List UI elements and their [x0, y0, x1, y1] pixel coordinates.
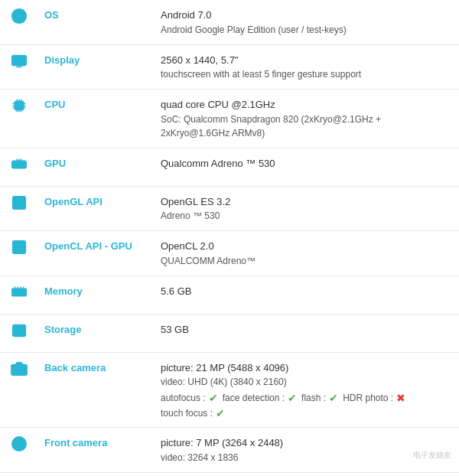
- backcamera-features2: touch focus : ✔: [161, 407, 451, 419]
- svg-point-41: [16, 367, 21, 372]
- os-label: OS: [44, 9, 59, 21]
- os-sub-value: Android Google Play Edition (user / test…: [161, 23, 451, 37]
- svg-rect-18: [12, 161, 26, 168]
- cpu-icon: [0, 90, 38, 122]
- opencl-label: OpenCL API - GPU: [44, 240, 132, 252]
- display-icon: [0, 45, 38, 77]
- svg-point-20: [21, 163, 24, 166]
- frontcamera-sub-value: video: 3264 x 1836: [161, 451, 451, 465]
- frontcamera-icon: [0, 428, 38, 460]
- svg-rect-25: [15, 199, 22, 206]
- memory-value: 5.6 GB: [153, 276, 459, 307]
- opengl-icon: [0, 187, 38, 219]
- backcamera-icon: [0, 353, 38, 385]
- opencl-main-value: OpenCL 2.0: [161, 239, 451, 254]
- os-icon: OS: [0, 0, 38, 32]
- spec-row-storage: Storage53 GB: [0, 315, 459, 353]
- svg-point-40: [22, 330, 24, 331]
- storage-value: 53 GB: [153, 315, 459, 345]
- storage-main-value: 53 GB: [161, 322, 451, 337]
- feature-label: HDR photo :: [343, 393, 393, 403]
- feature-check: ✔: [329, 392, 338, 404]
- spec-row-opencl: OpenCL API - GPUOpenCL 2.0QUALCOMM Adren…: [0, 231, 459, 276]
- memory-label: Memory: [44, 285, 83, 297]
- watermark-text: 电子发烧友: [413, 450, 451, 461]
- os-value: Android 7.0Android Google Play Edition (…: [153, 0, 459, 44]
- feature-item: autofocus : ✔: [161, 392, 220, 404]
- os-main-value: Android 7.0: [161, 8, 451, 23]
- opengl-label: OpenGL API: [44, 196, 103, 207]
- cpu-sub-value: SoC: Qualcomm Snapdragon 820 (2xKryo@2.1…: [161, 112, 451, 140]
- memory-main-value: 5.6 GB: [161, 284, 451, 299]
- backcamera-value: picture: 21 MP (5488 x 4096)video: UHD (…: [153, 353, 459, 428]
- opengl-sub-value: Adreno ™ 530: [161, 209, 451, 223]
- display-label: Display: [44, 54, 80, 66]
- feature-label: autofocus :: [161, 393, 206, 403]
- gpu-main-value: Qualcomm Adreno ™ 530: [161, 156, 451, 171]
- spec-row-cpu: CPUquad core CPU @2.1GHzSoC: Qualcomm Sn…: [0, 90, 459, 148]
- backcamera-sub-value: video: UHD (4K) (3840 x 2160): [161, 375, 451, 389]
- gpu-value: Qualcomm Adreno ™ 530: [153, 148, 459, 179]
- cpu-value: quad core CPU @2.1GHzSoC: Qualcomm Snapd…: [153, 90, 459, 148]
- feature-check: ✖: [396, 392, 405, 404]
- spec-list: OS OSAndroid 7.0Android Google Play Edit…: [0, 0, 459, 473]
- spec-row-gpu: GPUQualcomm Adreno ™ 530: [0, 148, 459, 187]
- feature-item: face detection : ✔: [223, 392, 298, 404]
- display-main-value: 2560 x 1440, 5.7": [161, 53, 451, 68]
- svg-point-19: [15, 163, 18, 166]
- opencl-icon: [0, 231, 38, 263]
- feature-item: HDR photo : ✖: [343, 392, 407, 404]
- feature-check: ✔: [209, 392, 218, 404]
- feature-item: touch focus : ✔: [161, 407, 226, 419]
- backcamera-label: Back camera: [44, 362, 106, 373]
- svg-rect-5: [15, 102, 24, 110]
- feature-label: face detection :: [223, 393, 285, 403]
- feature-item: flash : ✔: [301, 392, 340, 404]
- opengl-value: OpenGL ES 3.2Adreno ™ 530: [153, 187, 459, 231]
- spec-row-memory: Memory5.6 GB: [0, 276, 459, 315]
- svg-text:OS: OS: [15, 14, 24, 21]
- display-sub-value: touchscreen with at least 5 finger gestu…: [161, 67, 451, 81]
- feature-check: ✔: [216, 407, 225, 419]
- spec-row-display: Display2560 x 1440, 5.7"touchscreen with…: [0, 45, 459, 90]
- spec-row-frontcamera: Front camerapicture: 7 MP (3264 x 2448)v…: [0, 428, 459, 473]
- feature-label: flash :: [301, 393, 326, 403]
- gpu-label: GPU: [44, 158, 66, 169]
- storage-label: Storage: [44, 324, 81, 335]
- svg-rect-2: [12, 55, 26, 65]
- svg-point-43: [17, 442, 21, 447]
- spec-row-opengl: OpenGL APIOpenGL ES 3.2Adreno ™ 530: [0, 187, 459, 232]
- feature-check: ✔: [288, 392, 297, 404]
- frontcamera-label: Front camera: [44, 437, 107, 448]
- backcamera-features: autofocus : ✔face detection : ✔flash : ✔…: [161, 392, 451, 404]
- storage-icon: [0, 315, 38, 347]
- spec-row-backcamera: Back camerapicture: 21 MP (5488 x 4096)v…: [0, 353, 459, 429]
- svg-rect-27: [12, 289, 26, 295]
- cpu-label: CPU: [44, 99, 65, 110]
- opencl-value: OpenCL 2.0QUALCOMM Adreno™: [153, 231, 459, 275]
- svg-point-39: [22, 326, 24, 328]
- frontcamera-main-value: picture: 7 MP (3264 x 2448): [161, 435, 451, 451]
- memory-icon: [0, 276, 38, 308]
- gpu-icon: [0, 148, 38, 181]
- opengl-main-value: OpenGL ES 3.2: [161, 194, 451, 210]
- spec-row-os: OS OSAndroid 7.0Android Google Play Edit…: [0, 0, 459, 45]
- backcamera-main-value: picture: 21 MP (5488 x 4096): [161, 360, 451, 376]
- display-value: 2560 x 1440, 5.7"touchscreen with at lea…: [153, 45, 459, 90]
- feature-label: touch focus :: [161, 408, 213, 419]
- cpu-main-value: quad core CPU @2.1GHz: [161, 97, 451, 112]
- opencl-sub-value: QUALCOMM Adreno™: [161, 254, 451, 268]
